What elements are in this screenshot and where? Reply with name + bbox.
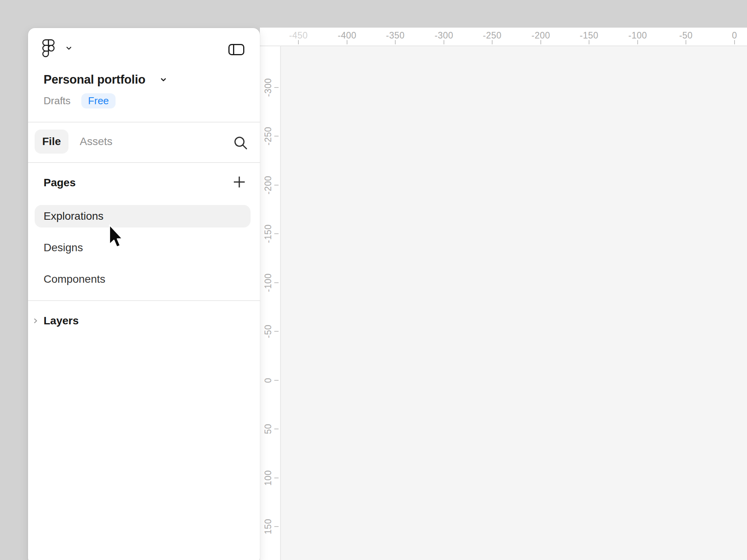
ruler-tick-mark xyxy=(492,40,493,44)
toggle-sidebar-button[interactable] xyxy=(226,42,247,58)
add-page-button[interactable] xyxy=(229,172,249,192)
ruler-tick-label: 0 xyxy=(263,378,274,383)
page-item-designs[interactable]: Designs xyxy=(35,236,251,259)
chevron-down-icon xyxy=(160,76,167,84)
search-button[interactable] xyxy=(230,132,251,154)
ruler-tick-mark xyxy=(274,478,279,478)
ruler-tick-mark xyxy=(347,40,347,44)
ruler-tick-mark xyxy=(274,233,279,234)
page-item-components[interactable]: Components xyxy=(35,268,251,290)
divider xyxy=(28,122,260,122)
ruler-tick-label: -50 xyxy=(263,325,274,338)
left-sidebar-panel: Personal portfolio Drafts Free File Asse… xyxy=(28,28,260,560)
vertical-ruler[interactable]: -300 -250 -200 -150 -100 -50 0 50 100 15… xyxy=(260,28,281,560)
main-menu-button[interactable] xyxy=(42,38,73,58)
ruler-tick-label: -150 xyxy=(263,224,274,243)
ruler-tick-mark xyxy=(274,331,279,332)
ruler-tick-label: -250 xyxy=(483,30,502,41)
file-meta-row: Drafts Free xyxy=(44,93,116,108)
ruler-tick-mark xyxy=(686,40,686,44)
ruler-tick-label: -300 xyxy=(263,78,274,97)
plus-icon xyxy=(233,175,246,189)
ruler-tick-mark xyxy=(298,40,299,44)
ruler-tick-mark xyxy=(540,40,541,44)
sidebar-toggle-icon xyxy=(228,44,244,55)
ruler-tick-label: -300 xyxy=(435,30,453,41)
pages-section-title: Pages xyxy=(44,177,76,189)
ruler-tick-label: -400 xyxy=(338,30,356,41)
ruler-tick-label: 100 xyxy=(263,470,274,486)
ruler-tick-mark xyxy=(444,40,444,44)
canvas[interactable] xyxy=(260,28,747,560)
ruler-tick-label: -350 xyxy=(386,30,405,41)
ruler-tick-label: 0 xyxy=(732,30,737,41)
ruler-tick-mark xyxy=(274,429,279,429)
search-icon xyxy=(233,135,248,150)
ruler-tick-label: -450 xyxy=(289,30,308,41)
ruler-tick-mark xyxy=(274,282,279,283)
ruler-tick-mark xyxy=(274,526,279,527)
plan-badge[interactable]: Free xyxy=(81,93,115,108)
figma-app-window: -300 -250 -200 -150 -100 -50 0 50 100 15… xyxy=(0,0,747,560)
ruler-tick-label: -100 xyxy=(263,273,274,292)
ruler-tick-mark xyxy=(395,40,396,44)
ruler-tick-label: -100 xyxy=(628,30,647,41)
ruler-tick-label: -250 xyxy=(263,127,274,145)
layers-section-title: Layers xyxy=(44,315,79,327)
page-item-explorations[interactable]: Explorations xyxy=(35,205,251,228)
ruler-tick-mark xyxy=(274,136,279,136)
ruler-tick-mark xyxy=(589,40,589,44)
chevron-down-icon xyxy=(65,44,73,52)
ruler-tick-mark xyxy=(274,87,279,88)
ruler-tick-label: 50 xyxy=(263,424,274,434)
ruler-tick-label: -200 xyxy=(531,30,550,41)
ruler-tick-label: 150 xyxy=(263,519,274,534)
breadcrumb-drafts[interactable]: Drafts xyxy=(44,95,70,107)
horizontal-ruler[interactable]: -450 -400 -350 -300 -250 -200 -150 -100 … xyxy=(260,28,747,46)
ruler-tick-mark xyxy=(274,185,279,186)
ruler-tick-mark xyxy=(637,40,638,44)
ruler-tick-mark xyxy=(274,380,279,381)
pages-section-header[interactable]: Pages xyxy=(44,173,76,193)
tab-assets[interactable]: Assets xyxy=(74,130,119,154)
ruler-tick-mark xyxy=(734,40,735,44)
ruler-tick-label: -200 xyxy=(263,176,274,194)
figma-logo-icon xyxy=(42,39,55,57)
layers-section-header[interactable]: Layers xyxy=(28,311,260,331)
ruler-tick-label: -50 xyxy=(679,30,693,41)
file-name-button[interactable]: Personal portfolio xyxy=(44,71,167,89)
divider xyxy=(28,162,260,163)
ruler-tick-label: -150 xyxy=(580,30,598,41)
file-name: Personal portfolio xyxy=(44,73,146,87)
divider xyxy=(28,300,260,301)
tab-file[interactable]: File xyxy=(35,130,68,154)
chevron-right-icon[interactable] xyxy=(32,318,39,324)
